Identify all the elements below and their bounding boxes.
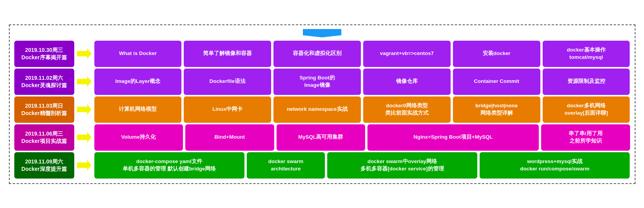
arrow-shape-2	[77, 76, 92, 87]
arrow-2	[77, 69, 92, 95]
rows-container: 2019.10.30周三 Docker序幕揭开篇What is Docker简单…	[14, 41, 630, 179]
cell-3-5: bridge|host|none 网络类型详解	[453, 96, 540, 123]
title-wrapper	[14, 29, 630, 38]
cell-4-1: Volume持久化	[94, 124, 183, 151]
cell-5-3: docker swarm中overlay网络 多机多容器[docker serv…	[327, 152, 477, 179]
cell-2-3: Spring Boot的 Image镜像	[273, 69, 361, 95]
main-container: 2019.10.30周三 Docker序幕揭开篇What is Docker简单…	[9, 24, 635, 184]
row-3: 2019.11.03周日 Docker精髓剖析篇计算机网络模型Linux中网卡n…	[14, 96, 630, 123]
arrow-shape-3	[77, 104, 92, 115]
cell-1-4: vagrant+vb=>centos7	[363, 41, 451, 67]
cell-1-2: 简单了解镜像和容器	[184, 41, 271, 67]
row-4: 2019.11.06周三 Docker项目实战篇Volume持久化Bind+Mo…	[14, 124, 630, 151]
arrow-3	[77, 96, 92, 123]
cells-5: docker-compose yaml文件 单机多容器的管理 默认创建bridg…	[94, 152, 630, 179]
row-label-2: 2019.11.02周六 Docker灵魂探讨篇	[14, 69, 74, 95]
row-label-4: 2019.11.06周三 Docker项目实战篇	[14, 124, 74, 151]
cell-4-5: 串了串/用了用 之前所学知识	[541, 124, 630, 151]
cells-2: Image的Layer概念Dockerfile语法Spring Boot的 Im…	[94, 69, 630, 95]
cell-4-2: Bind+Mount	[185, 124, 274, 151]
row-label-3: 2019.11.03周日 Docker精髓剖析篇	[14, 96, 74, 123]
cell-3-6: docker多机网络 overlay[后面详聊]	[543, 96, 630, 123]
cell-4-3: MySQL高可用集群	[277, 124, 366, 151]
cell-2-1: Image的Layer概念	[94, 69, 182, 95]
row-5: 2019.11.09周六 Docker深度提升篇docker-compose y…	[14, 152, 630, 179]
cell-1-6: docker基本操作 tomcat/mysql	[543, 41, 630, 67]
arrow-shape-4	[77, 132, 92, 143]
cells-4: Volume持久化Bind+MountMySQL高可用集群Nginx+Sprin…	[94, 124, 630, 151]
cell-2-6: 资源限制及监控	[543, 69, 630, 95]
cell-5-2: docker swarm architecture	[247, 152, 325, 179]
cell-5-4: wordpress+mysql实战 docker run/compose/swa…	[480, 152, 630, 179]
cell-5-1: docker-compose yaml文件 单机多容器的管理 默认创建bridg…	[94, 152, 244, 179]
arrow-1	[77, 41, 92, 67]
cell-2-4: 镜像仓库	[363, 69, 451, 95]
cell-2-2: Dockerfile语法	[184, 69, 271, 95]
cell-1-1: What is Docker	[94, 41, 182, 67]
cells-3: 计算机网络模型Linux中网卡network namespace实战docker…	[94, 96, 630, 123]
arrow-shape-1	[77, 48, 92, 59]
cell-3-1: 计算机网络模型	[94, 96, 182, 123]
arrow-shape-5	[77, 160, 92, 171]
row-2: 2019.11.02周六 Docker灵魂探讨篇Image的Layer概念Doc…	[14, 69, 630, 95]
cell-4-4: Nginx+Spring Boot项目+MySQL	[367, 124, 539, 151]
cell-3-4: docker0网络类型 类比前面实战方式	[363, 96, 451, 123]
row-1: 2019.10.30周三 Docker序幕揭开篇What is Docker简单…	[14, 41, 630, 67]
cell-1-3: 容器化和虚拟化区别	[273, 41, 361, 67]
row-label-1: 2019.10.30周三 Docker序幕揭开篇	[14, 41, 74, 67]
cell-3-2: Linux中网卡	[184, 96, 271, 123]
cell-1-5: 安装docker	[453, 41, 540, 67]
docker-title	[303, 29, 342, 38]
arrow-4	[77, 124, 92, 151]
cell-2-5: Container Commit	[453, 69, 540, 95]
cells-1: What is Docker简单了解镜像和容器容器化和虚拟化区别vagrant+…	[94, 41, 630, 67]
arrow-5	[77, 152, 92, 179]
cell-3-3: network namespace实战	[273, 96, 361, 123]
row-label-5: 2019.11.09周六 Docker深度提升篇	[14, 152, 74, 179]
